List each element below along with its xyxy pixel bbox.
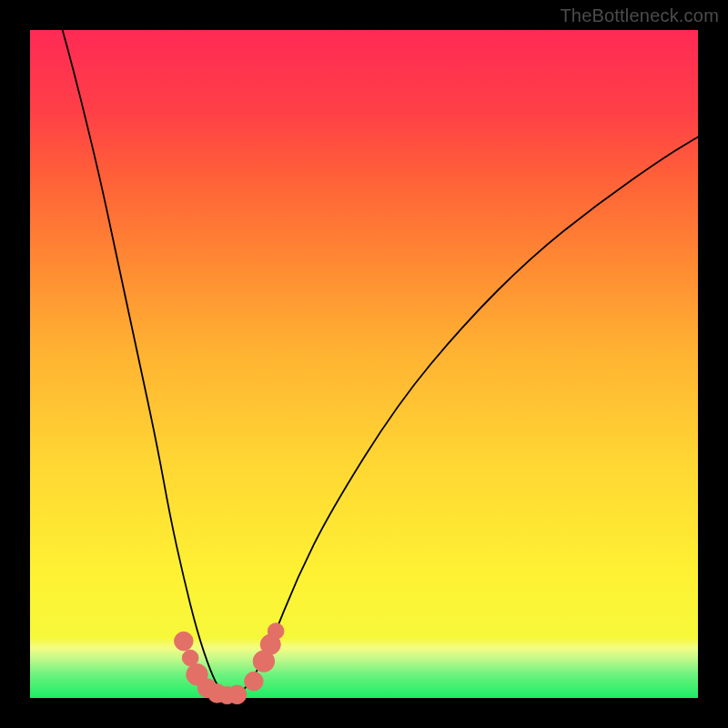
bottleneck-curve bbox=[30, 0, 698, 693]
watermark-text: TheBottleneck.com bbox=[560, 5, 719, 26]
curve-markers bbox=[175, 623, 284, 704]
curve-layer bbox=[30, 30, 698, 698]
curve-marker bbox=[268, 623, 284, 640]
curve-marker bbox=[228, 685, 247, 704]
curve-marker bbox=[175, 632, 194, 651]
curve-marker bbox=[245, 672, 264, 691]
chart-stage: TheBottleneck.com bbox=[0, 0, 728, 728]
